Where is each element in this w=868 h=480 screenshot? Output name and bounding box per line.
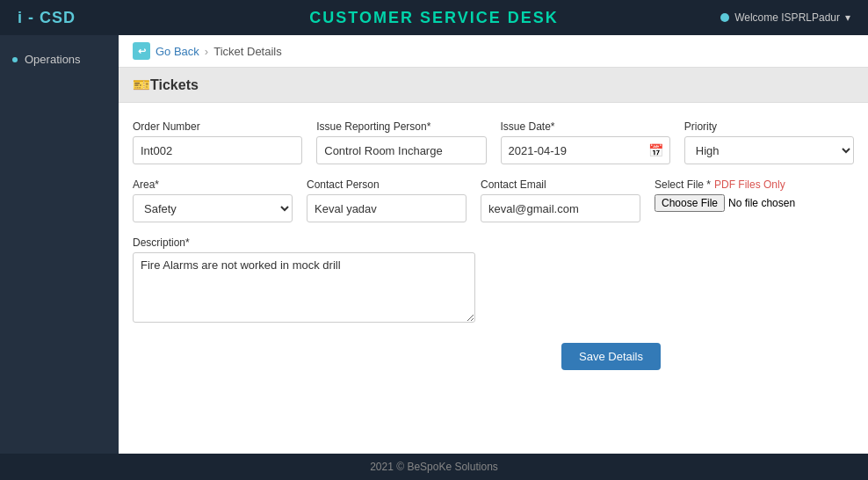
user-dropdown-arrow[interactable]: ▾ xyxy=(845,11,850,24)
issue-date-group: Issue Date* 📅 xyxy=(501,120,670,164)
order-number-label: Order Number xyxy=(133,120,302,133)
contact-person-group: Contact Person xyxy=(307,178,467,222)
form-area: Order Number Issue Reporting Person* Iss… xyxy=(119,103,868,454)
breadcrumb-current: Ticket Details xyxy=(213,45,282,58)
breadcrumb-bar: ↩ Go Back › Ticket Details xyxy=(119,35,868,68)
select-file-label: Select File * xyxy=(655,178,711,191)
area-label: Area* xyxy=(133,178,293,191)
select-file-group: Select File * PDF Files Only xyxy=(655,178,854,222)
header: i - CSD CUSTOMER SERVICE DESK Welcome IS… xyxy=(0,0,868,35)
area-select[interactable]: Safety Production Maintenance Quality xyxy=(133,194,293,222)
file-input[interactable] xyxy=(655,194,854,212)
breadcrumb-icon: ↩ xyxy=(133,42,150,60)
issue-date-input[interactable] xyxy=(501,136,670,164)
content-area: ↩ Go Back › Ticket Details 🎫Tickets Orde… xyxy=(119,35,868,454)
page-title: 🎫Tickets xyxy=(133,76,199,93)
contact-person-input[interactable] xyxy=(307,194,467,222)
issue-person-label: Issue Reporting Person* xyxy=(316,120,486,133)
sidebar: Operations xyxy=(0,35,119,454)
footer: 2021 © BeSpoKe Solutions xyxy=(0,454,868,480)
order-number-input[interactable] xyxy=(133,136,302,164)
app-logo: i - CSD xyxy=(18,9,76,27)
pdf-only-label: PDF Files Only xyxy=(714,178,785,191)
order-number-group: Order Number xyxy=(133,120,302,164)
user-status-dot xyxy=(720,13,729,22)
form-row-2: Area* Safety Production Maintenance Qual… xyxy=(133,178,854,222)
issue-person-group: Issue Reporting Person* xyxy=(316,120,486,164)
description-label: Description* xyxy=(133,236,854,249)
description-textarea[interactable]: Fire Alarms are not worked in mock drill xyxy=(133,252,475,323)
form-row-1: Order Number Issue Reporting Person* Iss… xyxy=(133,120,854,164)
go-back-link[interactable]: Go Back xyxy=(156,45,199,58)
app-title: CUSTOMER SERVICE DESK xyxy=(309,9,558,27)
breadcrumb-separator: › xyxy=(205,45,208,58)
sidebar-item-label: Operations xyxy=(25,53,81,66)
user-info: Welcome ISPRLPadur ▾ xyxy=(720,11,850,24)
issue-person-input[interactable] xyxy=(316,136,486,164)
priority-select[interactable]: Low Medium High Critical xyxy=(684,136,854,164)
file-input-wrapper xyxy=(655,194,854,212)
priority-label: Priority xyxy=(684,120,854,133)
area-group: Area* Safety Production Maintenance Qual… xyxy=(133,178,293,222)
footer-text: 2021 © BeSpoKe Solutions xyxy=(370,461,498,473)
user-label: Welcome ISPRLPadur xyxy=(734,11,840,24)
date-wrapper: 📅 xyxy=(501,136,670,164)
calendar-icon: 📅 xyxy=(648,143,663,157)
sidebar-dot-icon xyxy=(12,57,18,62)
save-button[interactable]: Save Details xyxy=(561,343,661,370)
priority-group: Priority Low Medium High Critical xyxy=(684,120,854,164)
issue-date-label: Issue Date* xyxy=(501,120,670,133)
file-label-row: Select File * PDF Files Only xyxy=(655,178,854,191)
contact-email-label: Contact Email xyxy=(481,178,640,191)
contact-person-label: Contact Person xyxy=(307,178,467,191)
contact-email-group: Contact Email xyxy=(481,178,640,222)
main-layout: Operations ↩ Go Back › Ticket Details 🎫T… xyxy=(0,35,868,454)
description-group: Description* Fire Alarms are not worked … xyxy=(133,236,854,325)
sidebar-item-operations[interactable]: Operations xyxy=(0,44,119,75)
page-title-bar: 🎫Tickets xyxy=(119,68,868,103)
contact-email-input[interactable] xyxy=(481,194,640,222)
